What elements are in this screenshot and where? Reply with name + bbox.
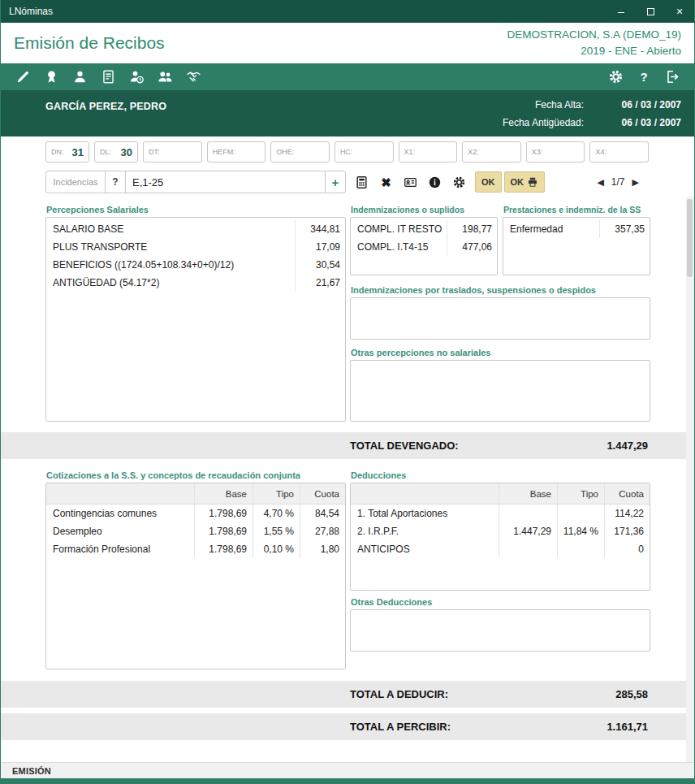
contact-card-button[interactable]	[403, 175, 418, 190]
cell-tipo: 0,10 %	[253, 540, 300, 558]
deducciones-panel: Deducciones Base Tipo Cuota 1. Total Apo…	[350, 470, 650, 591]
delete-button[interactable]: ✖	[378, 175, 394, 190]
cell-base: 1.798,69	[194, 505, 253, 522]
indemnizaciones-box: COMPL. IT RESTO 198,77 COMPL. I.T4-15 47…	[350, 217, 498, 275]
field-hc[interactable]: HC:	[335, 141, 394, 162]
help-button[interactable]: ?	[632, 66, 656, 89]
header-base: Base	[194, 483, 253, 504]
field-dn-value: 31	[72, 146, 84, 158]
calculator-icon	[355, 175, 369, 189]
document-button[interactable]	[96, 66, 120, 89]
calculate-button[interactable]	[354, 175, 369, 190]
fecha-antiguedad-label: Fecha Antigüedad:	[503, 117, 584, 128]
employee-dates: Fecha Alta: 06 / 03 / 2007 Fecha Antigüe…	[503, 99, 681, 136]
sign-button[interactable]	[11, 66, 35, 89]
field-dn[interactable]: DN: 31	[45, 141, 89, 162]
total-percibir-bar: TOTAL A PERCIBIR: 1.161,71	[1, 713, 694, 740]
badge-icon	[44, 69, 59, 84]
total-percibir-value: 1.161,71	[607, 721, 648, 733]
field-x3[interactable]: X3:	[526, 141, 585, 162]
group-button[interactable]	[153, 66, 177, 89]
id-card-icon	[404, 175, 417, 189]
exit-button[interactable]	[660, 66, 684, 89]
next-record-button[interactable]: ▶	[632, 177, 639, 188]
person-icon	[72, 69, 88, 84]
exit-icon	[665, 69, 680, 84]
ok-print-button[interactable]: OK	[504, 171, 546, 193]
field-dt[interactable]: DT:	[143, 141, 202, 162]
status-label: EMISIÓN	[12, 766, 51, 776]
help-icon: ?	[640, 70, 647, 84]
badge-button[interactable]	[39, 66, 63, 89]
list-item: PLUS TRANSPORTE 17,09	[46, 238, 345, 256]
incidencias-input[interactable]	[125, 171, 326, 193]
maximize-button[interactable]	[636, 0, 665, 23]
minimize-button[interactable]: –	[607, 0, 636, 23]
incidencias-label: Incidencias	[45, 171, 106, 193]
scrollbar-thumb[interactable]	[687, 199, 693, 277]
field-x4[interactable]: X4:	[589, 141, 649, 162]
prestaciones-title: Prestaciones e indemniz. de la SS	[503, 205, 650, 214]
agreement-button[interactable]	[181, 66, 205, 89]
receipt-content: Percepciones Salariales SALARIO BASE 344…	[1, 197, 694, 762]
employee-time-button[interactable]	[124, 66, 149, 89]
list-item: Enfermedad 357,35	[503, 220, 650, 238]
header-concept	[351, 483, 499, 504]
indemnizaciones-title: Indemnizaciones o suplidos	[351, 205, 498, 214]
field-x2[interactable]: X2:	[462, 141, 521, 162]
concept-label: SALARIO BASE	[46, 223, 295, 235]
cell-cuota: 84,54	[300, 505, 345, 522]
ok-buttons: OK OK	[475, 171, 545, 193]
ok-print-button-label: OK	[511, 177, 524, 187]
concept-value: 30,54	[295, 256, 345, 274]
maximize-icon	[647, 8, 654, 15]
cell-base: 1.447,29	[499, 522, 557, 540]
list-item: COMPL. IT RESTO 198,77	[351, 220, 497, 238]
table-row: Desempleo 1.798,69 1,55 % 27,88	[46, 522, 345, 540]
info-button[interactable]	[427, 175, 442, 190]
total-deducir-bar: TOTAL A DEDUCIR: 285,58	[1, 681, 694, 708]
concept-label: COMPL. I.T4-15	[351, 241, 447, 253]
cell-base: 1.798,69	[194, 522, 253, 540]
fecha-alta-value: 06 / 03 / 2007	[597, 99, 681, 110]
header-concept	[46, 483, 194, 504]
field-dt-label: DT:	[149, 148, 160, 156]
employee-button[interactable]	[67, 66, 92, 89]
prev-record-button[interactable]: ◀	[597, 177, 603, 188]
field-hefm[interactable]: HEFM:	[207, 141, 266, 162]
field-x1[interactable]: X1:	[399, 141, 458, 162]
settings-button[interactable]	[603, 66, 628, 89]
document-icon	[101, 69, 116, 84]
cell-cuota: 0	[604, 540, 650, 558]
earnings-right-column: Indemnizaciones o suplidos COMPL. IT RES…	[350, 205, 650, 422]
header-tipo: Tipo	[253, 483, 300, 504]
otras-deducciones-title: Otras Deducciones	[351, 597, 650, 607]
cotizaciones-box: Base Tipo Cuota Contingencias comunes 1.…	[45, 483, 346, 669]
concept-label: Enfermedad	[503, 223, 599, 235]
incidencias-help-button[interactable]: ?	[105, 171, 126, 193]
field-dl[interactable]: DL: 30	[94, 141, 138, 162]
ok-button-label: OK	[481, 177, 495, 187]
options-button[interactable]	[451, 175, 467, 190]
concept-label: ANTIGÜEDAD (54.17*2)	[46, 277, 295, 288]
indemnizaciones-panel: Indemnizaciones o suplidos COMPL. IT RES…	[350, 205, 498, 275]
field-dn-label: DN:	[51, 148, 64, 156]
page-indicator: 1/7	[611, 176, 625, 188]
cotizaciones-title: Cotizaciones a la S.S. y conceptos de re…	[46, 470, 346, 480]
cell-base	[499, 505, 557, 522]
cell-cuota: 1,80	[300, 540, 345, 558]
prestaciones-box: Enfermedad 357,35	[503, 217, 650, 275]
prestaciones-panel: Prestaciones e indemniz. de la SS Enferm…	[503, 205, 650, 275]
incidencias-add-button[interactable]: +	[325, 171, 346, 193]
ok-button[interactable]: OK	[475, 171, 502, 193]
concept-label: PLUS TRANSPORTE	[46, 241, 295, 253]
field-ohe[interactable]: OHE:	[270, 141, 330, 162]
list-item: ANTIGÜEDAD (54.17*2) 21,67	[46, 274, 345, 292]
close-button[interactable]: ×	[665, 0, 694, 23]
total-devengado-value: 1.447,29	[607, 440, 648, 452]
concept-value: 198,77	[447, 220, 497, 238]
cell-tipo	[557, 505, 604, 522]
concept-label: BENEFICIOS ((1724.05+108.34+0+0)/12)	[46, 259, 295, 271]
table-row: 1. Total Aportaciones 114,22	[351, 505, 650, 522]
scrollbar[interactable]	[686, 197, 694, 762]
